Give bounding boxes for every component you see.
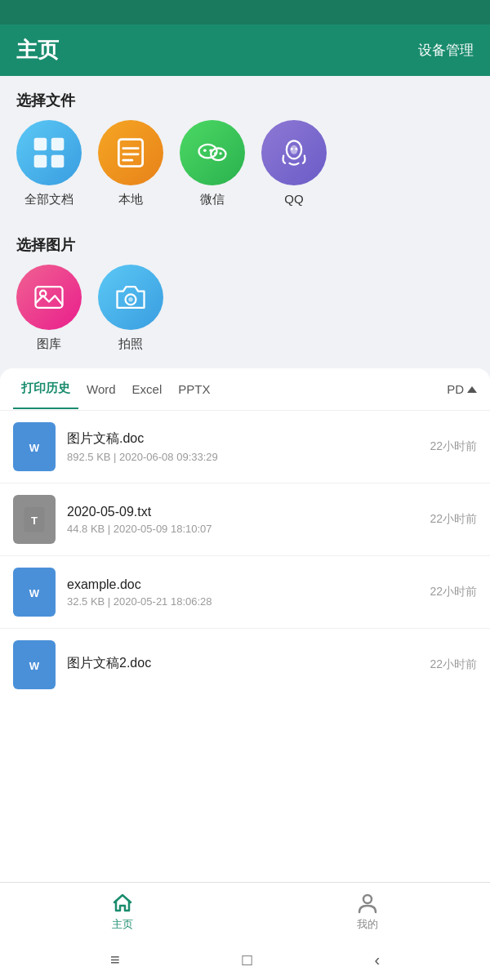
menu-button[interactable]: ≡	[110, 951, 120, 969]
svg-point-10	[203, 149, 207, 152]
file-list: W 图片文稿.doc 892.5 KB | 2020-06-08 09:33:2…	[0, 411, 490, 882]
file-icon-doc: W	[13, 568, 56, 617]
svg-point-12	[214, 152, 216, 154]
file-icon-doc: W	[13, 422, 56, 471]
file-time: 22小时前	[430, 585, 477, 599]
svg-rect-0	[34, 138, 47, 151]
select-file-section: 选择文件 全部文档	[0, 76, 490, 220]
file-name: example.doc	[67, 577, 430, 592]
svg-point-21	[128, 297, 133, 302]
file-meta: 44.8 KB | 2020-05-09 18:10:07	[67, 523, 430, 535]
file-info: example.doc 32.5 KB | 2020-05-21 18:06:2…	[67, 577, 430, 608]
svg-text:W: W	[29, 442, 40, 454]
nav-mine-label: 我的	[357, 917, 378, 932]
svg-point-11	[209, 149, 212, 152]
svg-point-17	[295, 148, 297, 150]
svg-rect-4	[118, 140, 142, 167]
bottom-nav: 主页 我的	[0, 882, 490, 939]
gallery-icon	[16, 265, 82, 330]
nav-home-label: 主页	[112, 917, 133, 932]
tab-pptx[interactable]: PPTX	[170, 371, 218, 408]
file-name: 图片文稿.doc	[67, 430, 430, 448]
local-item[interactable]: 本地	[98, 120, 163, 207]
wechat-label: 微信	[200, 192, 225, 207]
select-image-title: 选择图片	[0, 220, 490, 265]
file-info: 图片文稿2.doc	[67, 655, 430, 675]
tab-more[interactable]: PD	[447, 382, 477, 396]
wechat-icon	[180, 120, 245, 185]
file-time: 22小时前	[430, 657, 477, 672]
qq-label: QQ	[284, 192, 303, 206]
tab-pd-label: PD	[447, 382, 464, 396]
chevron-up-icon	[467, 386, 477, 393]
list-item[interactable]: W 图片文稿2.doc 22小时前	[0, 629, 490, 694]
svg-point-13	[219, 152, 221, 154]
tab-bar: 打印历史 Word Excel PPTX PD	[0, 368, 490, 411]
svg-text:W: W	[29, 587, 40, 599]
file-time: 22小时前	[430, 439, 477, 454]
local-label: 本地	[118, 192, 143, 207]
svg-text:W: W	[29, 660, 40, 672]
file-time: 22小时前	[430, 512, 477, 527]
history-section: 打印历史 Word Excel PPTX PD W 图片文稿.doc	[0, 368, 490, 882]
tab-excel[interactable]: Excel	[124, 371, 171, 408]
main-content: 选择文件 全部文档	[0, 76, 490, 882]
select-file-title: 选择文件	[0, 76, 490, 120]
file-source-grid: 全部文档 本地	[0, 120, 490, 220]
alldoc-item[interactable]: 全部文档	[16, 120, 82, 207]
svg-point-9	[211, 149, 225, 161]
file-meta: 32.5 KB | 2020-05-21 18:06:28	[67, 595, 430, 608]
qq-item[interactable]: QQ	[261, 120, 327, 207]
system-nav-bar: ≡ □ ‹	[0, 939, 490, 980]
file-icon-doc: W	[13, 640, 56, 689]
gallery-label: 图库	[37, 336, 61, 352]
status-bar	[0, 0, 490, 24]
camera-item[interactable]: 拍照	[98, 265, 163, 352]
back-button[interactable]: ‹	[374, 951, 380, 969]
list-item[interactable]: T 2020-05-09.txt 44.8 KB | 2020-05-09 18…	[0, 483, 490, 556]
alldoc-icon	[16, 120, 82, 185]
svg-rect-18	[36, 287, 63, 308]
select-image-section: 选择图片 图库	[0, 220, 490, 365]
list-item[interactable]: W example.doc 32.5 KB | 2020-05-21 18:06…	[0, 556, 490, 629]
file-info: 2020-05-09.txt 44.8 KB | 2020-05-09 18:1…	[67, 505, 430, 535]
local-icon	[98, 120, 163, 185]
file-info: 图片文稿.doc 892.5 KB | 2020-06-08 09:33:29	[67, 430, 430, 463]
home-button[interactable]: □	[242, 951, 252, 969]
camera-icon	[98, 265, 163, 330]
file-meta: 892.5 KB | 2020-06-08 09:33:29	[67, 451, 430, 463]
list-item[interactable]: W 图片文稿.doc 892.5 KB | 2020-06-08 09:33:2…	[0, 411, 490, 483]
svg-text:T: T	[31, 514, 38, 527]
image-source-grid: 图库 拍照	[0, 265, 490, 365]
nav-mine[interactable]: 我的	[245, 891, 490, 932]
tab-history[interactable]: 打印历史	[13, 369, 78, 409]
file-name: 图片文稿2.doc	[67, 655, 430, 672]
tab-word[interactable]: Word	[78, 371, 124, 408]
svg-point-8	[199, 145, 217, 158]
gallery-item[interactable]: 图库	[16, 265, 82, 352]
svg-rect-2	[34, 155, 47, 168]
alldoc-label: 全部文档	[24, 192, 74, 207]
qq-icon	[261, 120, 327, 185]
page-title: 主页	[16, 36, 59, 65]
file-icon-txt: T	[13, 495, 56, 544]
svg-point-30	[363, 895, 372, 903]
svg-rect-3	[51, 155, 65, 168]
svg-rect-1	[51, 138, 65, 151]
header: 主页 设备管理	[0, 24, 490, 76]
svg-point-16	[291, 148, 293, 150]
nav-home[interactable]: 主页	[0, 891, 245, 932]
file-name: 2020-05-09.txt	[67, 505, 430, 519]
camera-label: 拍照	[118, 336, 143, 352]
device-manage-button[interactable]: 设备管理	[418, 41, 474, 60]
wechat-item[interactable]: 微信	[180, 120, 245, 207]
